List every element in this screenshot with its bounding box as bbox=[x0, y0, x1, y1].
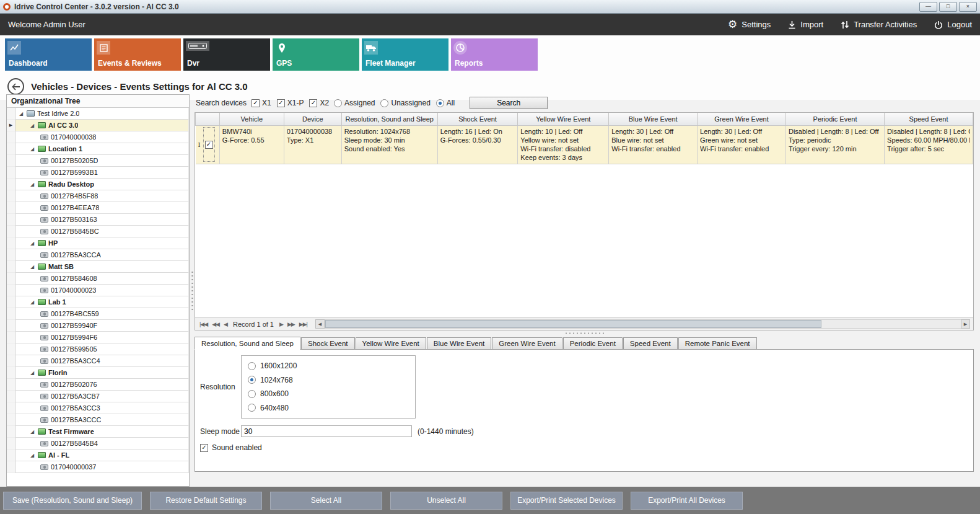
tree-item-00127b59940f[interactable]: 00127B59940F bbox=[7, 320, 189, 332]
tree-item-017040000023[interactable]: 017040000023 bbox=[7, 285, 189, 296]
tree-item-florin[interactable]: ◢Florin bbox=[7, 367, 189, 379]
tree-item-017040000037[interactable]: 017040000037 bbox=[7, 461, 189, 473]
next-page-button[interactable]: ▶▶ bbox=[286, 321, 296, 327]
tree-item-cell[interactable]: 00127B503163 bbox=[15, 214, 189, 226]
row-checkbox-wrap[interactable]: ✓ bbox=[203, 127, 215, 162]
tree-item-al-cc-3-0[interactable]: ▶◢Al CC 3.0 bbox=[7, 120, 189, 131]
resolution-option-640x480[interactable]: 640x480 bbox=[248, 404, 409, 412]
nav-tile-events-reviews[interactable]: Events & Reviews bbox=[94, 38, 181, 71]
unselect-all-button[interactable]: Unselect All bbox=[390, 492, 502, 510]
tree-item-cell[interactable]: ◢Matt SB bbox=[15, 261, 189, 273]
col-header-vehicle[interactable]: Vehicle bbox=[219, 113, 284, 125]
tree-item-cell[interactable]: 00127B5A3CCC bbox=[15, 414, 189, 426]
tree-item-cell[interactable]: 00127B502076 bbox=[15, 379, 189, 391]
col-header-blue-wire-event[interactable]: Blue Wire Event bbox=[609, 113, 698, 125]
resolution-option-1024x768[interactable]: 1024x768 bbox=[248, 376, 409, 384]
resolution-option-800x600[interactable]: 800x600 bbox=[248, 389, 409, 398]
device-row[interactable]: I✓BMW740iG-Force: 0.55017040000038Type: … bbox=[196, 125, 973, 164]
tree-item-cell[interactable]: 00127B4BC559 bbox=[15, 308, 189, 320]
tab-green-wire-event[interactable]: Green Wire Event bbox=[492, 337, 562, 349]
tree-item-cell[interactable]: 00127B59940F bbox=[15, 320, 189, 332]
tree-item-00127b503163[interactable]: 00127B503163 bbox=[7, 214, 189, 226]
radio-icon[interactable] bbox=[248, 404, 256, 412]
tree-item-cell[interactable]: 017040000037 bbox=[15, 461, 189, 473]
tree-item-test-idrive-2-0[interactable]: ◢Test Idrive 2.0 bbox=[7, 108, 189, 120]
tree-item-test-firmware[interactable]: ◢Test Firmware bbox=[7, 426, 189, 438]
import-button[interactable]: Import bbox=[788, 20, 823, 29]
logout-button[interactable]: Logout bbox=[934, 20, 972, 29]
radio-icon[interactable] bbox=[248, 376, 256, 384]
save-resolution-sound-and-sleep-button[interactable]: Save (Resolution, Sound and Sleep) bbox=[3, 492, 142, 510]
tree-item-cell[interactable]: ◢Al - FL bbox=[15, 450, 189, 461]
tree-item-00127b502076[interactable]: 00127B502076 bbox=[7, 379, 189, 391]
tree-item-00127b4bc559[interactable]: 00127B4BC559 bbox=[7, 308, 189, 320]
nav-tile-dvr[interactable]: Dvr bbox=[183, 38, 270, 71]
tree-item-cell[interactable]: 00127B584608 bbox=[15, 273, 189, 285]
col-header-device[interactable]: Device bbox=[284, 113, 341, 125]
cell-device[interactable]: 017040000038Type: X1 bbox=[284, 125, 341, 164]
sound-enabled-checkbox[interactable]: ✓ bbox=[200, 444, 208, 452]
sleep-mode-input[interactable] bbox=[241, 425, 412, 437]
next-record-button[interactable]: ▶ bbox=[278, 321, 284, 327]
last-record-button[interactable]: ▶▶| bbox=[298, 321, 308, 327]
tree-item-location-1[interactable]: ◢Location 1 bbox=[7, 143, 189, 155]
horizontal-splitter[interactable] bbox=[195, 330, 974, 336]
tree-item-00127b5a3cb7[interactable]: 00127B5A3CB7 bbox=[7, 391, 189, 402]
tree-item-00127b5a3ccc[interactable]: 00127B5A3CCC bbox=[7, 414, 189, 426]
col-header-periodic-event[interactable]: Periodic Event bbox=[785, 113, 884, 125]
expand-arrow-icon[interactable]: ◢ bbox=[29, 146, 35, 152]
col-header-resolution-sound-and-sleep[interactable]: Resolution, Sound and Sleep bbox=[341, 113, 437, 125]
tab-speed-event[interactable]: Speed Event bbox=[623, 337, 678, 349]
prev-record-button[interactable]: ◀ bbox=[222, 321, 229, 327]
search-button[interactable]: Search bbox=[470, 97, 548, 109]
expand-arrow-icon[interactable]: ◢ bbox=[29, 182, 35, 187]
checkbox-icon[interactable]: ✓ bbox=[252, 99, 260, 107]
nav-tile-dashboard[interactable]: Dashboard bbox=[5, 38, 92, 71]
transfer-activities-button[interactable]: Transfer Activities bbox=[841, 20, 917, 29]
scrollbar-thumb[interactable] bbox=[325, 320, 821, 328]
minimize-button[interactable]: — bbox=[919, 2, 937, 12]
row-checkbox[interactable]: ✓ bbox=[205, 141, 213, 149]
first-record-button[interactable]: |◀◀ bbox=[198, 321, 209, 327]
radio-icon[interactable] bbox=[334, 99, 342, 107]
select-all-button[interactable]: Select All bbox=[270, 492, 382, 510]
scroll-left-icon[interactable]: ◀ bbox=[315, 319, 325, 329]
tree-item-cell[interactable]: 00127B50205D bbox=[15, 155, 189, 167]
radio-icon[interactable] bbox=[380, 99, 388, 107]
tree-item-cell[interactable]: 00127B5994F6 bbox=[15, 332, 189, 343]
tree-item-00127b4eea78[interactable]: 00127B4EEA78 bbox=[7, 202, 189, 214]
tree-item-cell[interactable]: 00127B5A3CCA bbox=[15, 249, 189, 261]
expand-arrow-icon[interactable]: ◢ bbox=[29, 123, 35, 128]
tree-item-00127b5a3cc3[interactable]: 00127B5A3CC3 bbox=[7, 402, 189, 414]
col-header-speed-event[interactable]: Speed Event bbox=[885, 113, 973, 125]
filter-unassigned[interactable]: Unassigned bbox=[380, 99, 430, 107]
tree-item-lab-1[interactable]: ◢Lab 1 bbox=[7, 296, 189, 308]
row-selector-cell[interactable]: I✓ bbox=[196, 125, 220, 164]
expand-arrow-icon[interactable]: ◢ bbox=[29, 370, 35, 376]
cell-green-wire-event[interactable]: Length: 30 | Led: OffGreen wire: not set… bbox=[698, 125, 786, 164]
tree-item-cell[interactable]: 00127B5A3CC4 bbox=[15, 355, 189, 367]
close-button[interactable]: × bbox=[959, 2, 977, 12]
expand-arrow-icon[interactable]: ◢ bbox=[29, 429, 35, 435]
nav-tile-fleet-manager[interactable]: Fleet Manager bbox=[362, 38, 448, 71]
tree-item-cell[interactable]: 00127B5A3CC3 bbox=[15, 402, 189, 414]
tree-item-matt-sb[interactable]: ◢Matt SB bbox=[7, 261, 189, 273]
grid-horizontal-scrollbar[interactable]: ◀ ▶ bbox=[315, 319, 970, 329]
tree-item-cell[interactable]: ◢Florin bbox=[15, 367, 189, 379]
export-print-all-devices-button[interactable]: Export/Print All Devices bbox=[631, 492, 743, 510]
scrollbar-track[interactable] bbox=[325, 319, 961, 329]
tree-item-00127b5994f6[interactable]: 00127B5994F6 bbox=[7, 332, 189, 343]
cell-yellow-wire-event[interactable]: Length: 10 | Led: OffYellow wire: not se… bbox=[518, 125, 609, 164]
tree-item-cell[interactable]: ◢HP bbox=[15, 237, 189, 249]
tree-item-cell[interactable]: 00127B5A3CB7 bbox=[15, 391, 189, 402]
checkbox-icon[interactable]: ✓ bbox=[277, 99, 285, 107]
tree-item-cell[interactable]: 00127B5993B1 bbox=[15, 167, 189, 179]
tree-item-00127b584608[interactable]: 00127B584608 bbox=[7, 273, 189, 285]
tree-item-00127b5a3cca[interactable]: 00127B5A3CCA bbox=[7, 249, 189, 261]
tree-item-cell[interactable]: 00127B5845B4 bbox=[15, 438, 189, 450]
expand-arrow-icon[interactable]: ◢ bbox=[29, 241, 35, 246]
tree-item-00127b5993b1[interactable]: 00127B5993B1 bbox=[7, 167, 189, 179]
checkbox-icon[interactable]: ✓ bbox=[309, 99, 317, 107]
maximize-button[interactable]: □ bbox=[939, 2, 957, 12]
prev-page-button[interactable]: ◀◀ bbox=[211, 321, 221, 327]
